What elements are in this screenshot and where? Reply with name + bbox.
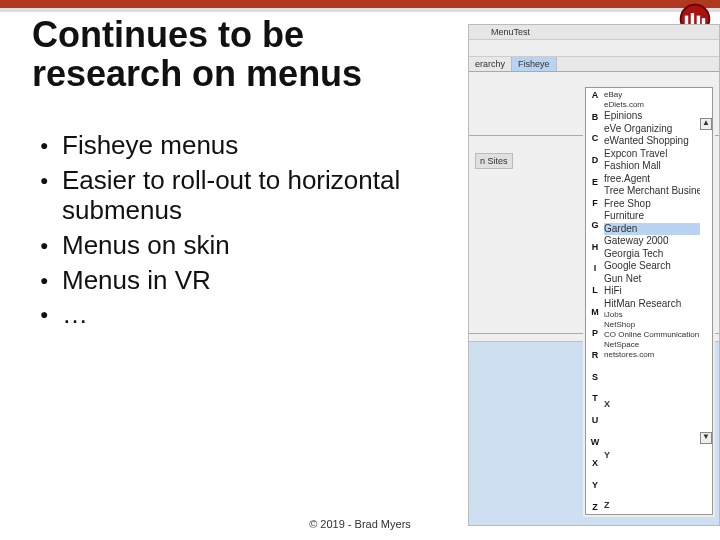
fisheye-item[interactable]: Fashion Mall bbox=[604, 160, 700, 173]
bullet-item: Easier to roll-out to horizontal submenu… bbox=[40, 165, 480, 226]
side-panel-label-text: n Sites bbox=[480, 156, 508, 166]
accent-top-band bbox=[0, 0, 720, 12]
fisheye-item[interactable]: Free Shop bbox=[604, 198, 700, 211]
index-letter[interactable]: G bbox=[588, 220, 602, 230]
tab-label: Fisheye bbox=[518, 59, 550, 69]
fisheye-item[interactable]: eBay bbox=[604, 90, 700, 100]
slide-title: Continues to be research on menus bbox=[32, 16, 452, 94]
index-letter[interactable]: Z bbox=[604, 500, 700, 512]
index-letter[interactable]: M bbox=[588, 307, 602, 317]
index-letter[interactable]: Y bbox=[588, 480, 602, 490]
index-letter[interactable]: A bbox=[588, 90, 602, 100]
fisheye-menu[interactable]: A B C D E F G H I L M P R S T U W X Y Z … bbox=[585, 87, 713, 515]
index-letter[interactable]: R bbox=[588, 350, 602, 360]
bullet-item: Fisheye menus bbox=[40, 130, 480, 161]
bullet-text: Menus on skin bbox=[62, 230, 230, 260]
embedded-screenshot: MenuTest erarchy Fisheye n Sites A B C D… bbox=[468, 24, 720, 526]
fisheye-item[interactable]: Gateway 2000 bbox=[604, 235, 700, 248]
bullet-text: Fisheye menus bbox=[62, 130, 238, 160]
index-letter[interactable]: D bbox=[588, 155, 602, 165]
bullet-item: Menus on skin bbox=[40, 230, 480, 261]
fisheye-item[interactable]: netstores.com bbox=[604, 350, 700, 360]
bullet-text: Menus in VR bbox=[62, 265, 211, 295]
fisheye-index-letters: A B C D E F G H I L M P R S T U W X Y Z bbox=[588, 90, 602, 512]
index-letter[interactable]: F bbox=[588, 198, 602, 208]
fisheye-item[interactable]: eDiets.com bbox=[604, 100, 700, 110]
browser-toolbar bbox=[469, 40, 719, 57]
chevron-down-icon: ▼ bbox=[702, 432, 710, 441]
index-letter[interactable]: W bbox=[588, 437, 602, 447]
fisheye-item[interactable]: NetSpace bbox=[604, 340, 700, 350]
bullet-item: Menus in VR bbox=[40, 265, 480, 296]
scroll-down-icon[interactable]: ▼ bbox=[700, 432, 712, 444]
chevron-up-icon: ▲ bbox=[702, 118, 710, 127]
index-letter[interactable]: T bbox=[588, 393, 602, 403]
index-letter[interactable]: I bbox=[588, 263, 602, 273]
index-letter[interactable]: C bbox=[588, 133, 602, 143]
svg-rect-3 bbox=[697, 16, 700, 25]
footer-text: © 2019 - Brad Myers bbox=[309, 518, 411, 530]
index-letter[interactable]: X bbox=[604, 399, 700, 411]
tab-strip: erarchy Fisheye bbox=[469, 57, 719, 72]
tab-label: erarchy bbox=[475, 59, 505, 69]
fisheye-item[interactable]: HitMan Research bbox=[604, 298, 700, 311]
fisheye-item-selected[interactable]: Garden bbox=[604, 223, 700, 236]
index-letter[interactable]: Y bbox=[604, 450, 700, 462]
bullet-text: Easier to roll-out to horizontal submenu… bbox=[62, 165, 400, 226]
tab-fisheye[interactable]: Fisheye bbox=[512, 57, 557, 71]
index-letter[interactable]: S bbox=[588, 372, 602, 382]
bullet-list: Fisheye menus Easier to roll-out to hori… bbox=[40, 130, 480, 334]
fisheye-item[interactable]: Google Search bbox=[604, 260, 700, 273]
fisheye-item[interactable]: HiFi bbox=[604, 285, 700, 298]
fisheye-item[interactable]: Furniture bbox=[604, 210, 700, 223]
svg-rect-2 bbox=[691, 13, 694, 24]
index-letter[interactable]: X bbox=[588, 458, 602, 468]
side-panel-label: n Sites bbox=[475, 153, 513, 169]
fisheye-item[interactable]: Gun Net bbox=[604, 273, 700, 286]
index-letter[interactable]: P bbox=[588, 328, 602, 338]
bullet-item: … bbox=[40, 299, 480, 330]
index-letter[interactable]: B bbox=[588, 112, 602, 122]
fisheye-item[interactable]: eVe Organizing bbox=[604, 123, 700, 136]
fisheye-item[interactable]: Expcon Travel bbox=[604, 148, 700, 161]
slide-title-line: research on menus bbox=[32, 53, 362, 94]
fisheye-item[interactable]: eWanted Shopping bbox=[604, 135, 700, 148]
slide-title-line: Continues to be bbox=[32, 14, 304, 55]
scroll-up-icon[interactable]: ▲ bbox=[700, 118, 712, 130]
fisheye-item[interactable]: Epinions bbox=[604, 110, 700, 123]
fisheye-item[interactable]: free.Agent bbox=[604, 173, 700, 186]
bullet-text: … bbox=[62, 299, 88, 329]
index-letter[interactable]: E bbox=[588, 177, 602, 187]
fisheye-item[interactable]: iJobs bbox=[604, 310, 700, 320]
fisheye-item[interactable]: Tree Merchant Business bbox=[604, 185, 700, 198]
fisheye-items: eBay eDiets.com Epinions eVe Organizing … bbox=[604, 90, 700, 512]
fisheye-item[interactable]: CO Online Communication bbox=[604, 330, 700, 340]
fisheye-item[interactable]: NetShop bbox=[604, 320, 700, 330]
index-letter[interactable]: Z bbox=[588, 502, 602, 512]
window-title: MenuTest bbox=[469, 27, 530, 37]
fisheye-item[interactable]: Georgia Tech bbox=[604, 248, 700, 261]
tab-hierarchy[interactable]: erarchy bbox=[469, 57, 512, 71]
index-letter[interactable]: H bbox=[588, 242, 602, 252]
svg-rect-1 bbox=[685, 16, 688, 25]
index-letter[interactable]: L bbox=[588, 285, 602, 295]
window-title-bar: MenuTest bbox=[469, 25, 719, 40]
index-letter[interactable]: U bbox=[588, 415, 602, 425]
